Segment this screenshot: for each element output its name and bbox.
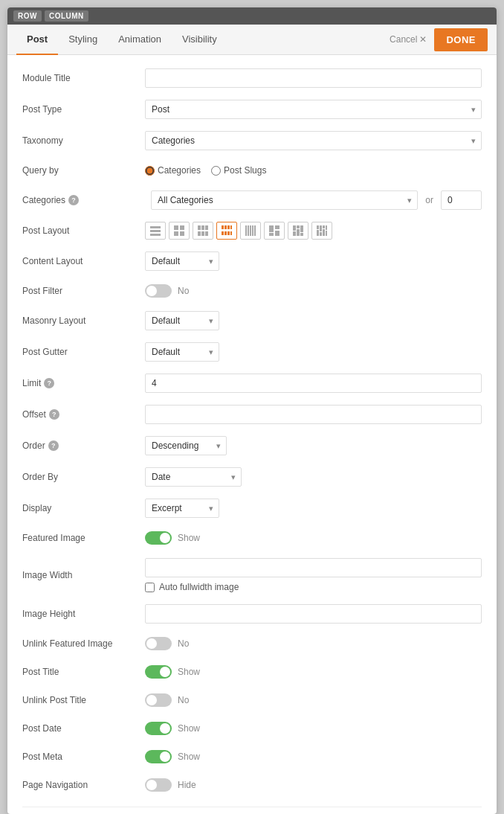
svg-rect-22 xyxy=(248,225,249,236)
content-layout-select-wrap: Default Overlay Below xyxy=(145,251,219,271)
query-by-categories-radio[interactable] xyxy=(145,166,155,176)
svg-rect-18 xyxy=(224,231,227,235)
image-height-input[interactable] xyxy=(145,604,482,624)
section-divider xyxy=(22,807,482,807)
post-layout-row: Post Layout xyxy=(22,216,482,246)
post-layout-control xyxy=(145,222,482,240)
order-by-select-wrap: Date Title ID Comment Count Random xyxy=(145,467,242,487)
offset-row: Offset ? xyxy=(22,399,482,430)
tab-visibility[interactable]: Visibility xyxy=(172,25,227,55)
limit-help-icon[interactable]: ? xyxy=(44,378,54,388)
svg-rect-43 xyxy=(326,231,327,236)
unlink-post-title-toggle[interactable] xyxy=(145,693,172,707)
categories-select[interactable]: All Categories xyxy=(151,190,418,210)
layout-icon-masonry-4col[interactable] xyxy=(311,222,332,240)
svg-rect-25 xyxy=(254,225,256,236)
categories-or-input[interactable] xyxy=(441,190,482,210)
order-by-control: Date Title ID Comment Count Random xyxy=(145,467,482,487)
order-by-row: Order By Date Title ID Comment Count Ran… xyxy=(22,461,482,493)
post-date-row: Post Date Show xyxy=(22,714,482,743)
layout-icon-grid-3col[interactable] xyxy=(193,222,213,240)
post-title-label: Post Title xyxy=(22,667,145,677)
svg-rect-8 xyxy=(201,225,204,230)
offset-control xyxy=(145,405,482,424)
layout-icon-grid-4col[interactable] xyxy=(216,222,237,240)
unlink-featured-image-control: No xyxy=(145,637,482,650)
content-layout-select[interactable]: Default Overlay Below xyxy=(145,251,219,271)
post-filter-control: No xyxy=(145,284,482,298)
display-select[interactable]: Excerpt Full Content xyxy=(145,499,219,518)
svg-rect-13 xyxy=(222,225,224,229)
post-gutter-select-wrap: Default None Small Large xyxy=(145,342,219,362)
post-gutter-row: Post Gutter Default None Small Large xyxy=(22,336,482,368)
post-meta-toggle[interactable] xyxy=(145,750,172,763)
page-navigation-toggle[interactable] xyxy=(145,778,172,792)
display-label: Display xyxy=(22,503,145,513)
tab-post[interactable]: Post xyxy=(16,25,58,55)
order-by-select[interactable]: Date Title ID Comment Count Random xyxy=(145,467,242,487)
tab-styling[interactable]: Styling xyxy=(58,25,108,55)
limit-label: Limit ? xyxy=(22,378,145,388)
image-width-input[interactable] xyxy=(145,558,482,577)
query-by-categories-label[interactable]: Categories xyxy=(145,165,201,176)
post-date-toggle-label: Show xyxy=(178,723,200,734)
tab-animation[interactable]: Animation xyxy=(108,25,172,55)
order-select[interactable]: Descending Ascending xyxy=(145,436,227,455)
svg-rect-9 xyxy=(205,225,208,230)
svg-rect-2 xyxy=(150,234,161,236)
unlink-featured-image-toggle-label: No xyxy=(178,638,189,649)
offset-input[interactable] xyxy=(145,405,482,424)
module-title-row: Module Title xyxy=(22,63,482,94)
layout-icon-masonry-3col[interactable] xyxy=(288,222,308,240)
svg-rect-24 xyxy=(252,225,253,236)
post-layout-label: Post Layout xyxy=(22,225,145,236)
taxonomy-control: Categories Tags xyxy=(145,131,482,150)
query-by-slugs-radio[interactable] xyxy=(211,166,221,176)
layout-icon-list-1col[interactable] xyxy=(145,222,166,240)
layout-icon-grid-2col[interactable] xyxy=(169,222,190,240)
module-title-input[interactable] xyxy=(145,68,482,88)
post-type-select-wrap: Post Page xyxy=(145,100,482,119)
taxonomy-select[interactable]: Categories Tags xyxy=(145,131,482,150)
display-select-wrap: Excerpt Full Content xyxy=(145,499,219,518)
layout-icon-grid-5col[interactable] xyxy=(240,222,261,240)
order-by-label: Order By xyxy=(22,472,145,482)
order-control: Descending Ascending xyxy=(145,436,482,455)
cancel-button[interactable]: Cancel ✕ xyxy=(390,34,427,45)
auto-fullwidth-checkbox[interactable] xyxy=(145,583,155,592)
svg-rect-39 xyxy=(326,225,327,230)
masonry-layout-select[interactable]: Default Yes No xyxy=(145,311,219,330)
post-gutter-select[interactable]: Default None Small Large xyxy=(145,342,219,362)
post-date-toggle[interactable] xyxy=(145,722,172,735)
svg-rect-34 xyxy=(297,229,300,236)
svg-rect-16 xyxy=(230,225,232,229)
auto-fullwidth-label: Auto fullwidth image xyxy=(159,582,239,592)
done-button[interactable]: DONE xyxy=(434,28,488,51)
post-type-select[interactable]: Post Page xyxy=(145,100,482,119)
query-by-slugs-label[interactable]: Post Slugs xyxy=(211,165,266,176)
featured-image-toggle[interactable] xyxy=(145,531,172,545)
categories-help-icon[interactable]: ? xyxy=(68,195,79,205)
display-row: Display Excerpt Full Content xyxy=(22,493,482,524)
layout-icon-masonry-2col[interactable] xyxy=(264,222,285,240)
categories-or-text: or xyxy=(425,195,433,205)
masonry-layout-control: Default Yes No xyxy=(145,311,482,330)
content-layout-control: Default Overlay Below xyxy=(145,251,482,271)
post-filter-label: Post Filter xyxy=(22,286,145,296)
order-help-icon[interactable]: ? xyxy=(48,440,59,451)
limit-input[interactable] xyxy=(145,374,482,393)
taxonomy-select-wrap: Categories Tags xyxy=(145,131,482,150)
query-by-row: Query by Categories Post Slugs xyxy=(22,156,482,185)
offset-help-icon[interactable]: ? xyxy=(49,409,59,420)
svg-rect-28 xyxy=(269,233,274,236)
query-by-control: Categories Post Slugs xyxy=(145,165,482,176)
svg-rect-1 xyxy=(150,230,161,232)
post-title-toggle[interactable] xyxy=(145,665,172,679)
unlink-featured-image-toggle[interactable] xyxy=(145,637,172,650)
image-height-label: Image Height xyxy=(22,609,145,619)
post-type-row: Post Type Post Page xyxy=(22,94,482,125)
post-filter-toggle[interactable] xyxy=(145,284,172,298)
post-meta-row: Post Meta Show xyxy=(22,743,482,771)
post-meta-control: Show xyxy=(145,750,482,763)
featured-image-control: Show xyxy=(145,531,482,545)
